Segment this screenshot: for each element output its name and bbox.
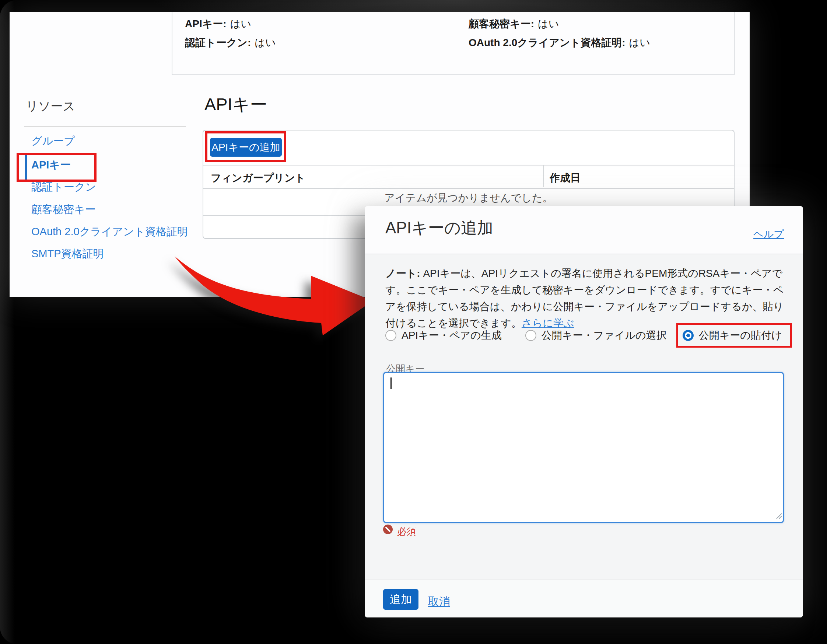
field-value: はい bbox=[538, 18, 559, 30]
note-label: ノート: bbox=[385, 267, 420, 279]
radio-choose-key-file[interactable]: 公開キー・ファイルの選択 bbox=[525, 328, 667, 342]
column-header-fingerprint: フィンガープリント bbox=[211, 171, 305, 185]
column-separator bbox=[543, 166, 544, 187]
required-icon bbox=[383, 525, 393, 534]
sidebar-item-groups[interactable]: グループ bbox=[31, 134, 75, 148]
key-source-radio-group: APIキー・ペアの生成 公開キー・ファイルの選択 公開キーの貼付け bbox=[385, 322, 792, 349]
note-text: APIキーは、APIリクエストの署名に使用されるPEM形式のRSAキー・ペアです… bbox=[385, 267, 783, 329]
field-label: 顧客秘密キー: bbox=[468, 18, 534, 30]
highlight-box-add-button bbox=[205, 131, 286, 162]
sidebar-item-auth-tokens[interactable]: 認証トークン bbox=[31, 180, 96, 195]
column-header-created: 作成日 bbox=[549, 171, 580, 185]
sidebar-item-smtp-credentials[interactable]: SMTP資格証明 bbox=[31, 247, 104, 261]
table-border bbox=[203, 165, 734, 166]
dialog-title: APIキーの追加 bbox=[385, 217, 493, 239]
radio-paste-public-key[interactable]: 公開キーの貼付け bbox=[683, 328, 782, 342]
sidebar-divider bbox=[24, 126, 186, 127]
table-empty-message: アイテムが見つかりませんでした。 bbox=[203, 191, 734, 205]
field-value: はい bbox=[254, 37, 276, 48]
table-border bbox=[203, 188, 734, 189]
highlight-box-paste-key: 公開キーの貼付け bbox=[676, 323, 792, 348]
required-label: 必須 bbox=[397, 525, 416, 538]
radio-generate-key-pair[interactable]: APIキー・ペアの生成 bbox=[385, 328, 502, 342]
radio-label: 公開キー・ファイルの選択 bbox=[541, 328, 667, 342]
dialog-add-button[interactable]: 追加 bbox=[383, 589, 418, 610]
radio-label: 公開キーの貼付け bbox=[699, 328, 782, 342]
resources-heading: リソース bbox=[26, 98, 75, 115]
capability-oauth-credentials: OAuth 2.0クライアント資格証明:はい bbox=[468, 36, 650, 50]
radio-label: APIキー・ペアの生成 bbox=[401, 328, 502, 342]
capability-api-keys: APIキー:はい bbox=[185, 17, 251, 31]
field-label: APIキー: bbox=[185, 18, 226, 30]
resize-grip-icon[interactable] bbox=[774, 511, 782, 519]
radio-icon bbox=[385, 330, 396, 341]
red-arrow-annotation bbox=[164, 246, 377, 342]
field-label: OAuth 2.0クライアント資格証明: bbox=[468, 37, 626, 48]
dialog-cancel-link[interactable]: 取消 bbox=[428, 594, 450, 610]
add-api-key-dialog: APIキーの追加 ヘルプ ノート: APIキーは、APIリクエストの署名に使用さ… bbox=[365, 206, 803, 617]
sidebar-item-secret-keys[interactable]: 顧客秘密キー bbox=[31, 202, 96, 217]
page-title: APIキー bbox=[204, 93, 267, 116]
field-value: はい bbox=[629, 37, 650, 48]
capability-auth-tokens: 認証トークン:はい bbox=[185, 36, 276, 50]
screenshot-canvas: APIキー:はい 顧客秘密キー:はい 認証トークン:はい OAuth 2.0クラ… bbox=[0, 0, 827, 644]
radio-selected-icon bbox=[683, 330, 694, 341]
radio-icon bbox=[525, 330, 536, 341]
sidebar-item-oauth-credentials[interactable]: OAuth 2.0クライアント資格証明 bbox=[31, 225, 188, 239]
field-label: 認証トークン: bbox=[185, 37, 251, 48]
public-key-textarea[interactable] bbox=[383, 372, 784, 523]
dialog-footer: 追加 取消 bbox=[365, 579, 803, 617]
text-cursor bbox=[390, 377, 392, 389]
highlight-box-sidebar-api-keys bbox=[17, 153, 97, 182]
help-link[interactable]: ヘルプ bbox=[753, 227, 784, 241]
field-value: はい bbox=[230, 18, 251, 30]
user-capabilities-panel: APIキー:はい 顧客秘密キー:はい 認証トークン:はい OAuth 2.0クラ… bbox=[172, 12, 735, 75]
dialog-note: ノート: APIキーは、APIリクエストの署名に使用されるPEM形式のRSAキー… bbox=[385, 265, 785, 331]
capability-secret-keys: 顧客秘密キー:はい bbox=[468, 17, 559, 31]
